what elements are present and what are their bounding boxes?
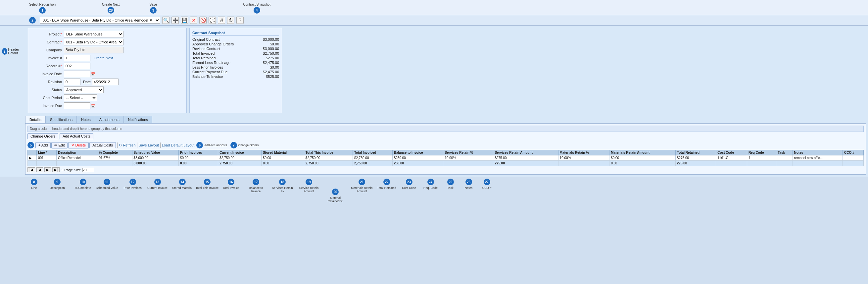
col-svc-amt[interactable]: Services Retain Amount	[493, 150, 558, 155]
col-mat-amt[interactable]: Materials Retain Amount	[610, 150, 676, 155]
tab-attachments[interactable]: Attachments	[95, 116, 124, 123]
col-cost-code[interactable]: Cost Code	[716, 150, 747, 155]
add-button[interactable]: + Add	[35, 142, 51, 148]
col-scheduled[interactable]: Scheduled Value	[132, 150, 179, 155]
snapshot-label-1: Approved Change Orders	[192, 42, 234, 46]
tab-details[interactable]: Details	[25, 116, 46, 123]
cost-period-select[interactable]: -- Select --	[64, 94, 97, 101]
load-default-layout-button[interactable]: Load Default Layout	[162, 143, 194, 147]
col-total-this[interactable]: Total This Invoice	[304, 150, 352, 155]
total-cost-code	[716, 161, 747, 166]
tabs-section: Details Specifications Notes Attachments…	[25, 116, 866, 175]
date-label: Date	[83, 80, 91, 84]
invoice-num-input[interactable]	[64, 55, 90, 61]
callout-11-label: Scheduled Value	[96, 186, 118, 190]
col-prior[interactable]: Prior Invoices	[179, 150, 218, 155]
contract-row: Contract* 001 - Beta Pty Ltd - Office Ar…	[31, 39, 184, 46]
table-row[interactable]: ▶ 001 Office Remodel 91.67% $3,000.00 $0…	[28, 155, 864, 161]
callout-14-label: Stored Material	[172, 186, 192, 190]
callout-services-retain-pct: 18 Services Retain %	[269, 179, 296, 193]
pager-prev[interactable]: ◀	[36, 167, 43, 172]
revision-input[interactable]	[64, 79, 81, 85]
snapshot-val-4: $275.00	[266, 56, 279, 60]
record-dropdown[interactable]: 001 - DLH Shoe Warehouse - Beta Pty Ltd …	[40, 17, 160, 24]
refresh-button[interactable]: ↻ Refresh	[119, 143, 136, 147]
pager-last[interactable]: ▶|	[52, 167, 60, 172]
row-mat-pct: 10.00%	[558, 155, 610, 161]
col-pct[interactable]: % Complete	[97, 150, 132, 155]
col-expand	[28, 150, 37, 155]
col-desc[interactable]: Description	[57, 150, 97, 155]
snapshot-val-3: $2,750.00	[263, 51, 279, 55]
col-req-code[interactable]: Req Code	[747, 150, 776, 155]
contract-snapshot-badge[interactable]: 4	[254, 7, 260, 13]
invoice-due-icon[interactable]: 📅	[91, 104, 95, 108]
tab-specifications[interactable]: Specifications	[46, 116, 77, 123]
page-size-input[interactable]	[83, 168, 94, 172]
row-total-invoiced: $2,750.00	[352, 155, 392, 161]
save-icon[interactable]: 💾	[181, 17, 188, 24]
row-expand[interactable]: ▶	[28, 155, 37, 161]
add-actual-costs-button[interactable]: Add Actual Costs	[60, 133, 93, 139]
cancel-icon[interactable]: ✕	[190, 17, 197, 24]
callout-24-badge: 24	[427, 179, 434, 185]
snapshot-row-2: Revised Contract $3,000.00	[192, 47, 279, 51]
callout-23-label: Cost Code	[402, 186, 416, 190]
col-notes[interactable]: Notes	[793, 150, 843, 155]
total-balance: 250.00	[392, 161, 443, 166]
save-badge[interactable]: 3	[150, 7, 157, 13]
change-orders-button[interactable]: Change Orders	[28, 133, 58, 139]
col-total-retained[interactable]: Total Retained	[675, 150, 716, 155]
contract-select[interactable]: 001 - Beta Pty Ltd - Office Area Remodel	[64, 39, 123, 46]
callout-service-retain-amount: 19 Service Retain Amount	[296, 179, 322, 193]
col-cco[interactable]: CCO #	[843, 150, 864, 155]
col-line[interactable]: Line #	[36, 150, 56, 155]
callout-10-label: % Complete	[75, 186, 91, 190]
col-current[interactable]: Current Invoice	[218, 150, 261, 155]
clock-icon[interactable]: ⏱	[227, 17, 235, 24]
callout-total-this-invoice: 15 Total This Invoice	[195, 179, 219, 190]
callout-12-label: Prior Invoices	[123, 186, 142, 190]
create-next-inline[interactable]: Create Next	[94, 56, 113, 60]
save-section: Save 3	[149, 3, 157, 13]
print-icon[interactable]: 🖨	[218, 17, 225, 24]
snapshot-label-0: Original Contract	[192, 37, 220, 41]
pager-next[interactable]: ▶	[44, 167, 51, 172]
row-prior: $0.00	[179, 155, 218, 161]
total-task	[776, 161, 793, 166]
callout-9-label: Description	[50, 186, 65, 190]
col-balance[interactable]: Balance to Invoice	[392, 150, 443, 155]
invoice-date-input[interactable]	[64, 70, 90, 77]
select-requisition-badge[interactable]: 1	[39, 7, 46, 13]
create-next-badge[interactable]: 28	[107, 7, 114, 13]
save-layout-button[interactable]: Save Layout	[139, 143, 159, 147]
snapshot-row-5: Earned Less Retainage $2,475.00	[192, 60, 279, 65]
record-input[interactable]	[64, 63, 90, 69]
invoice-date-icon[interactable]: 📅	[91, 72, 95, 76]
callout-8-badge: 8	[31, 179, 37, 185]
block-icon[interactable]: 🚫	[199, 17, 207, 24]
help-icon[interactable]: ?	[236, 17, 244, 24]
invoice-due-label: Invoice Due	[31, 104, 64, 108]
col-stored[interactable]: Stored Material	[261, 150, 304, 155]
pager-first[interactable]: |◀	[28, 167, 35, 172]
delete-button[interactable]: ✕ Delete	[68, 142, 89, 148]
tab-notifications[interactable]: Notifications	[124, 116, 152, 123]
invoice-due-input[interactable]	[64, 103, 90, 109]
col-total-invoiced[interactable]: Total Invoiced	[352, 150, 392, 155]
date-input[interactable]	[92, 79, 119, 85]
snapshot-title: Contract Snapshot	[192, 31, 279, 36]
add-icon[interactable]: ➕	[172, 17, 179, 24]
actual-costs-button[interactable]: Actual Costs	[89, 142, 116, 148]
col-task[interactable]: Task	[776, 150, 793, 155]
project-select[interactable]: DLH Shoe Warehouse	[64, 31, 123, 37]
project-label: Project*	[31, 32, 64, 36]
callout-17-label: Balance to Invoice	[244, 186, 268, 193]
col-svc-pct[interactable]: Services Retain %	[443, 150, 493, 155]
comment-icon[interactable]: 💬	[209, 17, 216, 24]
edit-button[interactable]: ✏ Edit	[51, 142, 67, 148]
search-icon[interactable]: 🔍	[162, 17, 169, 24]
col-mat-pct[interactable]: Materials Retain %	[558, 150, 610, 155]
tab-notes[interactable]: Notes	[77, 116, 95, 123]
status-select[interactable]: Approved	[64, 86, 104, 93]
